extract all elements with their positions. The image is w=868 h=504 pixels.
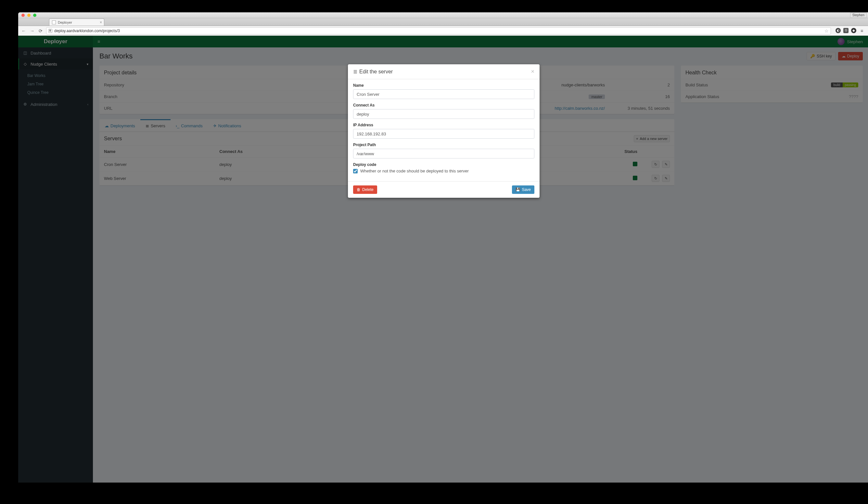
modal-title: ≣ Edit the server — [353, 69, 393, 75]
button-label: Save — [522, 187, 531, 192]
browser-tab[interactable]: Deployer × — [49, 19, 104, 26]
browser-profile[interactable]: Stephen — [850, 12, 867, 18]
tab-close-icon[interactable]: × — [100, 20, 102, 25]
edit-server-modal: ≣ Edit the server × Name Connect As — [348, 64, 540, 198]
window-minimize-icon[interactable] — [27, 14, 31, 17]
tab-title: Deployer — [58, 20, 72, 24]
input-project-path[interactable] — [353, 149, 534, 158]
app-viewport: Deployer ≡ Stephen ◫ Dashboard ◇ Nudge C… — [18, 36, 868, 483]
browser-toolbar: ← → ⟳ 🗎 deploy.aardvarklondon.com/projec… — [18, 26, 868, 36]
button-label: Delete — [362, 187, 374, 192]
bookmark-icon[interactable]: ☆ — [825, 28, 829, 33]
input-ip-address[interactable] — [353, 129, 534, 139]
save-icon: 💾 — [516, 187, 520, 192]
address-bar[interactable]: 🗎 deploy.aardvarklondon.com/projects/3 ☆ — [46, 27, 831, 34]
extension-icon[interactable]: ◐ — [836, 28, 841, 33]
window-maximize-icon[interactable] — [33, 14, 37, 17]
forward-button[interactable]: → — [29, 28, 35, 34]
label-deploy-code: Deploy code — [353, 162, 534, 167]
extensions: ◐ ① ◆ ≡ — [834, 28, 867, 34]
label-connect-as: Connect As — [353, 103, 534, 107]
reload-button[interactable]: ⟳ — [38, 28, 43, 34]
input-connect-as[interactable] — [353, 109, 534, 119]
modal-close-button[interactable]: × — [531, 68, 534, 75]
back-button[interactable]: ← — [21, 28, 27, 34]
checkbox-help: Whether or not the code should be deploy… — [360, 169, 469, 174]
browser-window: Stephen Deployer × ← → ⟳ 🗎 deploy.aardva… — [18, 12, 868, 483]
extension-icon[interactable]: ◆ — [851, 28, 856, 33]
input-name[interactable] — [353, 89, 534, 99]
server-icon: ≣ — [353, 69, 357, 75]
delete-button[interactable]: 🗑 Delete — [353, 186, 377, 194]
page-icon — [52, 20, 56, 24]
window-close-icon[interactable] — [21, 14, 25, 17]
label-name: Name — [353, 83, 534, 88]
window-controls: Stephen — [18, 12, 868, 18]
save-button[interactable]: 💾 Save — [512, 186, 534, 194]
site-info-icon[interactable]: 🗎 — [49, 29, 52, 33]
label-ip-address: IP Address — [353, 123, 534, 127]
extension-icon[interactable]: ① — [843, 28, 848, 33]
url-text: deploy.aardvarklondon.com/projects/3 — [54, 29, 120, 33]
menu-icon[interactable]: ≡ — [859, 28, 865, 34]
checkbox-deploy-code[interactable] — [353, 169, 358, 174]
trash-icon: 🗑 — [357, 187, 361, 192]
label-project-path: Project Path — [353, 143, 534, 147]
tab-bar: Deployer × — [18, 18, 868, 26]
